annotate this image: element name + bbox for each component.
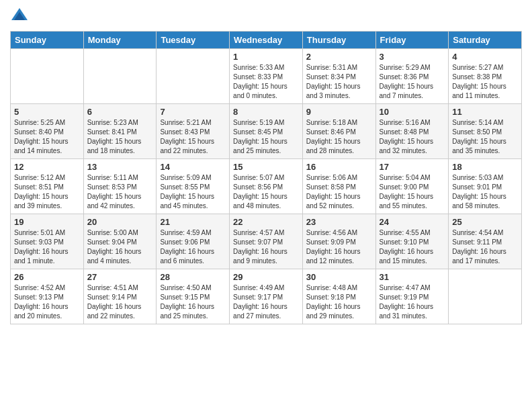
day-number: 12 (14, 162, 80, 172)
calendar-cell: 12Sunrise: 5:12 AM Sunset: 8:51 PM Dayli… (11, 159, 84, 214)
day-number: 24 (380, 217, 445, 227)
day-number: 19 (14, 217, 80, 227)
week-row: 19Sunrise: 5:01 AM Sunset: 9:03 PM Dayli… (11, 214, 522, 269)
calendar-cell: 1Sunrise: 5:33 AM Sunset: 8:33 PM Daylig… (230, 49, 303, 104)
calendar-cell: 15Sunrise: 5:07 AM Sunset: 8:56 PM Dayli… (230, 159, 303, 214)
calendar-cell: 7Sunrise: 5:21 AM Sunset: 8:43 PM Daylig… (157, 104, 230, 159)
day-number: 8 (233, 107, 299, 117)
calendar-cell: 6Sunrise: 5:23 AM Sunset: 8:41 PM Daylig… (83, 104, 157, 159)
day-number: 22 (233, 217, 299, 227)
calendar-cell: 25Sunrise: 4:54 AM Sunset: 9:11 PM Dayli… (449, 214, 522, 269)
weekday-header: Saturday (449, 32, 522, 49)
day-number: 10 (380, 107, 445, 117)
calendar-cell: 30Sunrise: 4:48 AM Sunset: 9:18 PM Dayli… (302, 269, 375, 324)
day-info: Sunrise: 5:27 AM Sunset: 8:38 PM Dayligh… (452, 63, 518, 101)
day-number: 23 (306, 217, 372, 227)
weekday-header: Monday (83, 32, 157, 49)
day-info: Sunrise: 5:29 AM Sunset: 8:36 PM Dayligh… (380, 63, 445, 101)
calendar-cell: 16Sunrise: 5:06 AM Sunset: 8:58 PM Dayli… (302, 159, 375, 214)
day-info: Sunrise: 4:49 AM Sunset: 9:17 PM Dayligh… (233, 283, 299, 321)
week-row: 5Sunrise: 5:25 AM Sunset: 8:40 PM Daylig… (11, 104, 522, 159)
day-number: 30 (306, 272, 372, 282)
day-number: 11 (452, 107, 518, 117)
page: SundayMondayTuesdayWednesdayThursdayFrid… (0, 0, 532, 331)
day-info: Sunrise: 5:04 AM Sunset: 9:00 PM Dayligh… (380, 173, 445, 211)
calendar-cell (83, 49, 157, 104)
day-info: Sunrise: 5:21 AM Sunset: 8:43 PM Dayligh… (160, 118, 226, 156)
calendar-cell: 18Sunrise: 5:03 AM Sunset: 9:01 PM Dayli… (449, 159, 522, 214)
weekday-header: Thursday (302, 32, 375, 49)
day-info: Sunrise: 5:07 AM Sunset: 8:56 PM Dayligh… (233, 173, 299, 211)
day-info: Sunrise: 5:06 AM Sunset: 8:58 PM Dayligh… (306, 173, 372, 211)
calendar-cell: 9Sunrise: 5:18 AM Sunset: 8:46 PM Daylig… (302, 104, 375, 159)
calendar-cell: 3Sunrise: 5:29 AM Sunset: 8:36 PM Daylig… (375, 49, 449, 104)
day-number: 2 (306, 52, 372, 62)
week-row: 26Sunrise: 4:52 AM Sunset: 9:13 PM Dayli… (11, 269, 522, 324)
day-number: 21 (160, 217, 226, 227)
calendar-cell: 29Sunrise: 4:49 AM Sunset: 9:17 PM Dayli… (230, 269, 303, 324)
day-info: Sunrise: 5:19 AM Sunset: 8:45 PM Dayligh… (233, 118, 299, 156)
calendar-cell: 28Sunrise: 4:50 AM Sunset: 9:15 PM Dayli… (157, 269, 230, 324)
calendar-cell: 8Sunrise: 5:19 AM Sunset: 8:45 PM Daylig… (230, 104, 303, 159)
day-info: Sunrise: 5:00 AM Sunset: 9:04 PM Dayligh… (87, 228, 153, 266)
calendar-cell: 13Sunrise: 5:11 AM Sunset: 8:53 PM Dayli… (83, 159, 157, 214)
calendar-cell: 20Sunrise: 5:00 AM Sunset: 9:04 PM Dayli… (83, 214, 157, 269)
calendar-cell: 24Sunrise: 4:55 AM Sunset: 9:10 PM Dayli… (375, 214, 449, 269)
day-info: Sunrise: 4:48 AM Sunset: 9:18 PM Dayligh… (306, 283, 372, 321)
day-info: Sunrise: 4:55 AM Sunset: 9:10 PM Dayligh… (380, 228, 445, 266)
calendar-cell: 27Sunrise: 4:51 AM Sunset: 9:14 PM Dayli… (83, 269, 157, 324)
calendar-cell: 14Sunrise: 5:09 AM Sunset: 8:55 PM Dayli… (157, 159, 230, 214)
day-number: 25 (452, 217, 518, 227)
week-row: 1Sunrise: 5:33 AM Sunset: 8:33 PM Daylig… (11, 49, 522, 104)
day-info: Sunrise: 4:59 AM Sunset: 9:06 PM Dayligh… (160, 228, 226, 266)
day-info: Sunrise: 5:33 AM Sunset: 8:33 PM Dayligh… (233, 63, 299, 101)
day-number: 28 (160, 272, 226, 282)
calendar-cell (157, 49, 230, 104)
calendar-cell: 31Sunrise: 4:47 AM Sunset: 9:19 PM Dayli… (375, 269, 449, 324)
calendar-cell: 4Sunrise: 5:27 AM Sunset: 8:38 PM Daylig… (449, 49, 522, 104)
calendar-cell: 22Sunrise: 4:57 AM Sunset: 9:07 PM Dayli… (230, 214, 303, 269)
day-number: 14 (160, 162, 226, 172)
day-info: Sunrise: 5:25 AM Sunset: 8:40 PM Dayligh… (14, 118, 80, 156)
day-info: Sunrise: 4:47 AM Sunset: 9:19 PM Dayligh… (380, 283, 445, 321)
calendar-cell: 19Sunrise: 5:01 AM Sunset: 9:03 PM Dayli… (11, 214, 84, 269)
day-number: 20 (87, 217, 153, 227)
day-info: Sunrise: 5:11 AM Sunset: 8:53 PM Dayligh… (87, 173, 153, 211)
logo (10, 7, 30, 26)
day-info: Sunrise: 5:03 AM Sunset: 9:01 PM Dayligh… (452, 173, 518, 211)
day-info: Sunrise: 4:50 AM Sunset: 9:15 PM Dayligh… (160, 283, 226, 321)
day-info: Sunrise: 5:12 AM Sunset: 8:51 PM Dayligh… (14, 173, 80, 211)
day-number: 16 (306, 162, 372, 172)
calendar-cell: 23Sunrise: 4:56 AM Sunset: 9:09 PM Dayli… (302, 214, 375, 269)
day-info: Sunrise: 5:23 AM Sunset: 8:41 PM Dayligh… (87, 118, 153, 156)
day-info: Sunrise: 5:31 AM Sunset: 8:34 PM Dayligh… (306, 63, 372, 101)
day-number: 3 (380, 52, 445, 62)
day-number: 13 (87, 162, 153, 172)
logo-icon (10, 7, 29, 26)
weekday-header: Wednesday (230, 32, 303, 49)
weekday-header: Friday (375, 32, 449, 49)
day-number: 29 (233, 272, 299, 282)
calendar-cell (11, 49, 84, 104)
day-info: Sunrise: 5:14 AM Sunset: 8:50 PM Dayligh… (452, 118, 518, 156)
weekday-header: Tuesday (157, 32, 230, 49)
day-number: 18 (452, 162, 518, 172)
calendar-cell: 26Sunrise: 4:52 AM Sunset: 9:13 PM Dayli… (11, 269, 84, 324)
day-number: 5 (14, 107, 80, 117)
day-number: 31 (380, 272, 445, 282)
day-number: 1 (233, 52, 299, 62)
day-info: Sunrise: 4:51 AM Sunset: 9:14 PM Dayligh… (87, 283, 153, 321)
calendar-cell (449, 269, 522, 324)
day-info: Sunrise: 4:52 AM Sunset: 9:13 PM Dayligh… (14, 283, 80, 321)
weekday-header: Sunday (11, 32, 84, 49)
day-number: 6 (87, 107, 153, 117)
day-info: Sunrise: 5:18 AM Sunset: 8:46 PM Dayligh… (306, 118, 372, 156)
calendar-cell: 2Sunrise: 5:31 AM Sunset: 8:34 PM Daylig… (302, 49, 375, 104)
day-info: Sunrise: 5:01 AM Sunset: 9:03 PM Dayligh… (14, 228, 80, 266)
day-number: 26 (14, 272, 80, 282)
calendar-cell: 17Sunrise: 5:04 AM Sunset: 9:00 PM Dayli… (375, 159, 449, 214)
calendar: SundayMondayTuesdayWednesdayThursdayFrid… (10, 31, 522, 324)
day-info: Sunrise: 4:57 AM Sunset: 9:07 PM Dayligh… (233, 228, 299, 266)
weekday-header-row: SundayMondayTuesdayWednesdayThursdayFrid… (11, 32, 522, 49)
calendar-cell: 10Sunrise: 5:16 AM Sunset: 8:48 PM Dayli… (375, 104, 449, 159)
